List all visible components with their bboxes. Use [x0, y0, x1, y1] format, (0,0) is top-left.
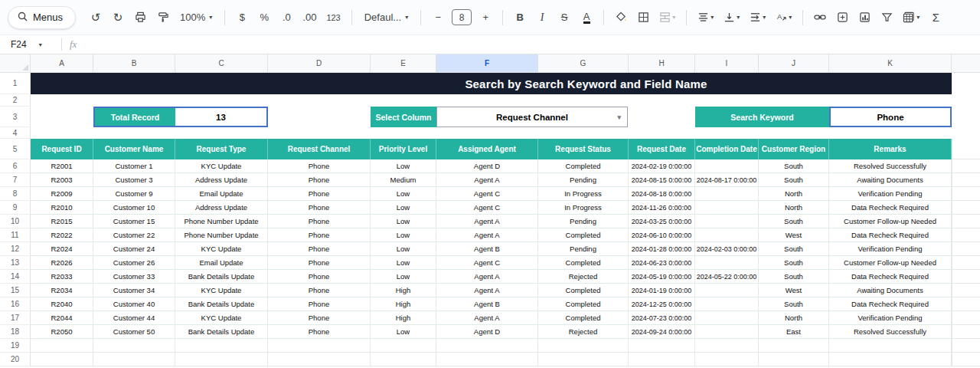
- table-cell[interactable]: Agent A: [436, 215, 538, 228]
- row-header-17[interactable]: 17: [0, 311, 31, 325]
- more-formats-button[interactable]: 123: [324, 8, 342, 27]
- column-header-B[interactable]: B: [93, 54, 175, 73]
- table-cell[interactable]: West: [759, 284, 829, 297]
- table-cell[interactable]: Resolved Successfully: [829, 159, 952, 173]
- table-header-request-type[interactable]: Request Type: [175, 139, 268, 159]
- row-header-6[interactable]: 6: [0, 159, 31, 173]
- decrease-font-size-button[interactable]: −: [430, 8, 446, 27]
- table-cell[interactable]: 2024-02-19 0:00:00: [629, 159, 695, 173]
- decrease-decimal-button[interactable]: .0: [278, 8, 295, 27]
- table-cell[interactable]: R2026: [31, 256, 93, 270]
- table-cell[interactable]: Verification Pending: [829, 242, 952, 256]
- table-cell[interactable]: Customer 22: [93, 228, 175, 242]
- table-cell[interactable]: Agent C: [436, 201, 538, 215]
- table-cell[interactable]: R2015: [31, 215, 93, 228]
- empty-cell[interactable]: [31, 353, 93, 366]
- table-cell[interactable]: Phone: [268, 159, 371, 173]
- column-header-C[interactable]: C: [175, 54, 268, 73]
- table-cell[interactable]: R2040: [31, 297, 93, 311]
- table-cell[interactable]: Low: [371, 187, 436, 201]
- table-cell[interactable]: Agent B: [436, 297, 538, 311]
- select-column-dropdown[interactable]: Request Channel▾: [436, 107, 628, 127]
- table-cell[interactable]: 2024-09-24 0:00:00: [629, 325, 695, 339]
- vertical-align-button[interactable]: ▾: [721, 8, 742, 27]
- table-cell[interactable]: [695, 256, 759, 270]
- empty-cell[interactable]: [93, 353, 175, 366]
- table-cell[interactable]: 2024-06-23 0:00:00: [629, 256, 695, 270]
- table-cell[interactable]: [695, 311, 759, 325]
- horizontal-align-button[interactable]: ▾: [695, 8, 716, 27]
- table-cell[interactable]: Agent A: [436, 270, 538, 284]
- table-cell[interactable]: South: [759, 242, 829, 256]
- table-cell[interactable]: Phone Number Update: [175, 215, 268, 228]
- table-cell[interactable]: Phone: [268, 270, 371, 284]
- table-cell[interactable]: Completed: [538, 228, 629, 242]
- table-cell[interactable]: South: [759, 256, 829, 270]
- insert-link-button[interactable]: [812, 8, 828, 27]
- row-header-9[interactable]: 9: [0, 201, 31, 215]
- table-cell[interactable]: West: [759, 228, 829, 242]
- table-cell[interactable]: Agent A: [436, 228, 538, 242]
- table-cell[interactable]: Data Recheck Required: [829, 270, 952, 284]
- table-cell[interactable]: North: [759, 201, 829, 215]
- table-cell[interactable]: R2050: [31, 325, 93, 339]
- print-button[interactable]: [132, 8, 149, 27]
- table-cell[interactable]: 2024-01-19 0:00:00: [629, 284, 695, 297]
- table-header-assigned-agent[interactable]: Assigned Agent: [436, 139, 538, 159]
- table-cell[interactable]: 2024-12-25 0:00:00: [629, 297, 695, 311]
- paint-format-button[interactable]: [154, 8, 171, 27]
- table-cell[interactable]: Agent C: [436, 187, 538, 201]
- table-cell[interactable]: Agent C: [436, 256, 538, 270]
- table-cell[interactable]: In Progress: [538, 187, 629, 201]
- table-cell[interactable]: Rejected: [538, 270, 629, 284]
- table-cell[interactable]: Low: [371, 270, 436, 284]
- empty-cell[interactable]: [629, 339, 695, 353]
- table-cell[interactable]: Completed: [538, 159, 629, 173]
- table-cell[interactable]: 2024-05-22 0:00:00: [695, 270, 759, 284]
- table-cell[interactable]: Customer 1: [93, 159, 175, 173]
- search-keyword-input[interactable]: Phone: [829, 107, 952, 127]
- table-cell[interactable]: North: [759, 187, 829, 201]
- empty-cell[interactable]: [695, 339, 759, 353]
- row-header-5[interactable]: 5: [0, 139, 31, 159]
- table-cell[interactable]: KYC Update: [175, 159, 268, 173]
- table-cell[interactable]: East: [759, 325, 829, 339]
- table-cell[interactable]: Customer Follow-up Needed: [829, 215, 952, 228]
- table-cell[interactable]: [695, 297, 759, 311]
- table-cell[interactable]: Agent D: [436, 159, 538, 173]
- table-cell[interactable]: Agent A: [436, 173, 538, 187]
- table-cell[interactable]: Email Update: [175, 256, 268, 270]
- table-cell[interactable]: Medium: [371, 173, 436, 187]
- table-cell[interactable]: South: [759, 270, 829, 284]
- table-cell[interactable]: Phone: [268, 215, 371, 228]
- insert-comment-button[interactable]: [834, 8, 851, 27]
- column-header-E[interactable]: E: [371, 54, 436, 73]
- table-cell[interactable]: Completed: [538, 284, 629, 297]
- table-cell[interactable]: [695, 201, 759, 215]
- italic-button[interactable]: I: [534, 8, 550, 27]
- table-cell[interactable]: Agent B: [436, 242, 538, 256]
- empty-cell[interactable]: [759, 353, 829, 366]
- empty-cell[interactable]: [538, 353, 629, 366]
- column-header-H[interactable]: H: [629, 54, 695, 73]
- table-cell[interactable]: Customer 44: [93, 311, 175, 325]
- table-cell[interactable]: Data Recheck Required: [829, 297, 952, 311]
- table-cell[interactable]: Customer 15: [93, 215, 175, 228]
- empty-cell[interactable]: [629, 353, 695, 366]
- empty-cell[interactable]: [175, 339, 268, 353]
- row-header-1[interactable]: 1: [0, 73, 31, 94]
- functions-button[interactable]: Σ: [927, 8, 944, 27]
- table-header-request-status[interactable]: Request Status: [538, 139, 629, 159]
- table-cell[interactable]: Verification Pending: [829, 187, 952, 201]
- name-box[interactable]: F24 ▾: [0, 39, 60, 50]
- column-header-K[interactable]: K: [829, 54, 952, 73]
- table-cell[interactable]: Rejected: [538, 325, 629, 339]
- create-filter-button[interactable]: [878, 8, 895, 27]
- row-header-8[interactable]: 8: [0, 187, 31, 201]
- table-cell[interactable]: Low: [371, 159, 436, 173]
- table-cell[interactable]: Phone: [268, 173, 371, 187]
- empty-cell[interactable]: [538, 339, 629, 353]
- table-cell[interactable]: Bank Details Update: [175, 270, 268, 284]
- table-header-request-date[interactable]: Request Date: [629, 139, 695, 159]
- row-header-4[interactable]: 4: [0, 127, 31, 139]
